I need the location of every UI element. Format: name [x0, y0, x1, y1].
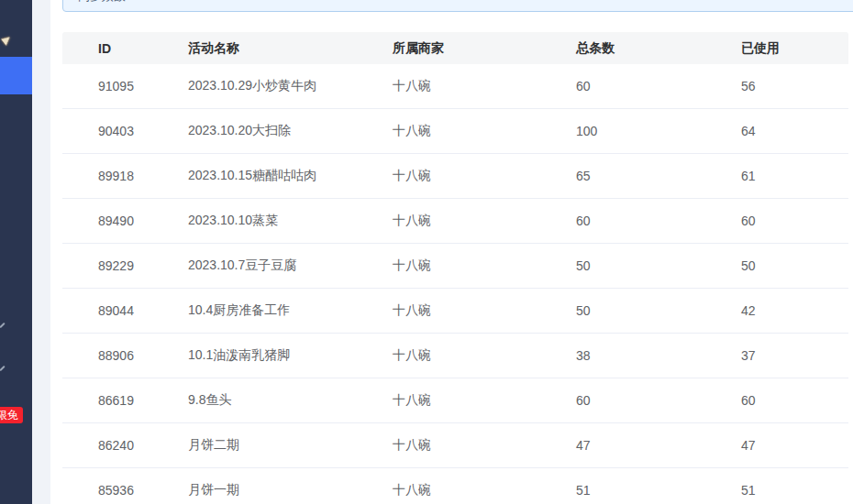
cell-merchant: 十八碗 — [393, 289, 576, 334]
info-alert: 同步频数： 5% — [62, 0, 853, 12]
cell-id: 85936 — [62, 468, 188, 504]
table-row[interactable]: 89044 10.4厨房准备工作 十八碗 50 42 — [62, 289, 848, 334]
cell-used: 42 — [741, 289, 848, 334]
column-header-name: 活动名称 — [188, 32, 393, 64]
cell-merchant: 十八碗 — [393, 244, 576, 289]
limited-free-badge[interactable]: 限免 — [0, 407, 23, 423]
column-header-used: 已使用 — [741, 32, 848, 64]
cell-id: 86240 — [62, 423, 188, 468]
cell-merchant: 十八碗 — [393, 378, 576, 423]
cell-used: 47 — [741, 423, 848, 468]
cell-name: 月饼一期 — [188, 468, 393, 504]
column-header-id: ID — [62, 32, 188, 64]
cell-total: 100 — [576, 109, 741, 154]
app-root: { "colors": { "page_bg": "#f0f3f8", "sid… — [0, 0, 853, 504]
cell-merchant: 十八碗 — [393, 64, 576, 109]
cell-used: 60 — [741, 378, 848, 423]
cell-name: 9.8鱼头 — [188, 378, 393, 423]
cell-merchant: 十八碗 — [393, 109, 576, 154]
cell-merchant: 十八碗 — [393, 334, 576, 378]
column-header-total: 总条数 — [576, 32, 741, 64]
cell-name: 10.1油泼南乳猪脚 — [188, 334, 393, 378]
cell-name: 10.4厨房准备工作 — [188, 289, 393, 334]
cell-merchant: 十八碗 — [393, 468, 576, 504]
cell-name: 2023.10.20大扫除 — [188, 109, 393, 154]
table-header-row: ID 活动名称 所属商家 总条数 已使用 — [62, 32, 848, 64]
cell-used: 61 — [741, 154, 848, 199]
cell-id: 89918 — [62, 154, 188, 199]
table-row[interactable]: 89918 2023.10.15糖醋咕咕肉 十八碗 65 61 — [62, 154, 848, 199]
cell-name: 2023.10.29小炒黄牛肉 — [188, 64, 393, 109]
table-row[interactable]: 86240 月饼二期 十八碗 47 47 — [62, 423, 848, 468]
cell-total: 60 — [576, 378, 741, 423]
sidebar-rail — [0, 0, 32, 504]
cell-total: 50 — [576, 289, 741, 334]
table-row[interactable]: 89490 2023.10.10蒸菜 十八碗 60 60 — [62, 199, 848, 244]
table-row[interactable]: 89229 2023.10.7豆子豆腐 十八碗 50 50 — [62, 244, 848, 289]
activity-table: ID 活动名称 所属商家 总条数 已使用 91095 2023.10.29小炒黄… — [62, 32, 848, 504]
table-row[interactable]: 91095 2023.10.29小炒黄牛肉 十八碗 60 56 — [62, 64, 848, 109]
cursor-icon — [1, 34, 13, 46]
cell-used: 64 — [741, 109, 848, 154]
cell-used: 37 — [741, 334, 848, 378]
cell-merchant: 十八碗 — [393, 423, 576, 468]
cell-total: 60 — [576, 199, 741, 244]
cell-id: 86619 — [62, 378, 188, 423]
table-row[interactable]: 86619 9.8鱼头 十八碗 60 60 — [62, 378, 848, 423]
cell-total: 51 — [576, 468, 741, 504]
cell-id: 89229 — [62, 244, 188, 289]
cell-used: 51 — [741, 468, 848, 504]
cell-name: 月饼二期 — [188, 423, 393, 468]
cell-total: 60 — [576, 64, 741, 109]
cell-id: 89490 — [62, 199, 188, 244]
cell-merchant: 十八碗 — [393, 154, 576, 199]
cell-id: 88906 — [62, 334, 188, 378]
cell-used: 50 — [741, 244, 848, 289]
cell-name: 2023.10.10蒸菜 — [188, 199, 393, 244]
cell-name: 2023.10.7豆子豆腐 — [188, 244, 393, 289]
sidebar-item-icon[interactable] — [0, 366, 6, 371]
cell-used: 60 — [741, 199, 848, 244]
info-alert-text: 同步频数： 5% — [78, 0, 158, 3]
cell-name: 2023.10.15糖醋咕咕肉 — [188, 154, 393, 199]
activity-table-wrap: ID 活动名称 所属商家 总条数 已使用 91095 2023.10.29小炒黄… — [62, 32, 848, 504]
cell-id: 91095 — [62, 64, 188, 109]
cell-total: 65 — [576, 154, 741, 199]
cell-merchant: 十八碗 — [393, 199, 576, 244]
sidebar-item-active[interactable] — [0, 57, 32, 94]
table-row[interactable]: 85936 月饼一期 十八碗 51 51 — [62, 468, 848, 504]
cell-total: 38 — [576, 334, 741, 378]
table-row[interactable]: 88906 10.1油泼南乳猪脚 十八碗 38 37 — [62, 334, 848, 378]
column-header-merchant: 所属商家 — [393, 32, 576, 64]
sidebar-item-icon[interactable] — [0, 323, 6, 328]
cell-id: 90403 — [62, 109, 188, 154]
table-row[interactable]: 90403 2023.10.20大扫除 十八碗 100 64 — [62, 109, 848, 154]
cell-total: 47 — [576, 423, 741, 468]
cell-used: 56 — [741, 64, 848, 109]
cell-total: 50 — [576, 244, 741, 289]
cell-id: 89044 — [62, 289, 188, 334]
